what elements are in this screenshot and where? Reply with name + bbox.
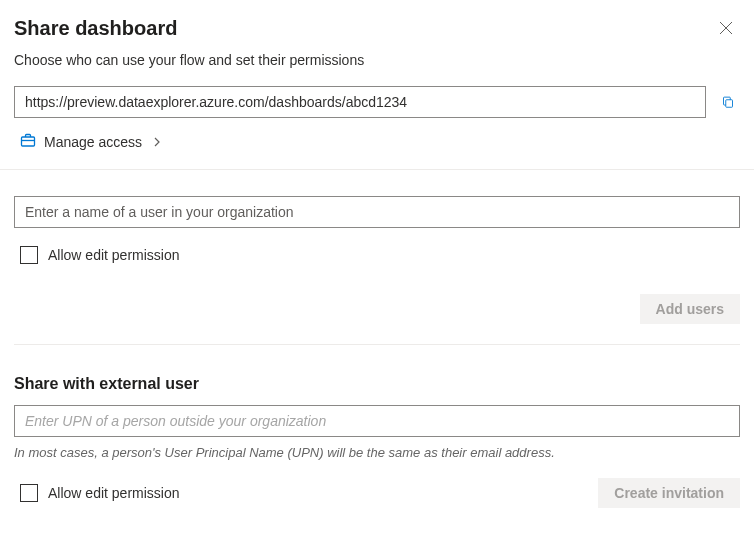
copy-url-button[interactable] — [716, 90, 740, 114]
share-url-input[interactable] — [14, 86, 706, 118]
allow-edit-label-internal: Allow edit permission — [48, 247, 180, 263]
close-button[interactable] — [712, 14, 740, 42]
manage-access-label: Manage access — [44, 134, 142, 150]
manage-access-link[interactable]: Manage access — [20, 132, 740, 151]
briefcase-icon — [20, 132, 36, 151]
dialog-header: Share dashboard — [14, 14, 740, 42]
allow-edit-row-internal: Allow edit permission — [20, 246, 740, 264]
allow-edit-checkbox-internal[interactable] — [20, 246, 38, 264]
allow-edit-label-external: Allow edit permission — [48, 485, 180, 501]
svg-rect-1 — [22, 137, 35, 146]
external-upn-input[interactable] — [14, 405, 740, 437]
divider — [14, 344, 740, 345]
external-bottom-row: Allow edit permission Create invitation — [14, 478, 740, 508]
allow-edit-checkbox-external[interactable] — [20, 484, 38, 502]
add-users-row: Add users — [14, 294, 740, 324]
upn-hint: In most cases, a person's User Principal… — [14, 445, 740, 460]
allow-edit-row-external: Allow edit permission — [20, 484, 180, 502]
divider — [0, 169, 754, 170]
dialog-subtitle: Choose who can use your flow and set the… — [14, 52, 740, 68]
dialog-title: Share dashboard — [14, 17, 177, 40]
create-invitation-button[interactable]: Create invitation — [598, 478, 740, 508]
close-icon — [719, 21, 733, 35]
chevron-right-icon — [152, 134, 162, 150]
copy-icon — [722, 94, 734, 110]
share-url-row — [14, 86, 740, 118]
svg-rect-0 — [726, 100, 733, 108]
add-users-button[interactable]: Add users — [640, 294, 740, 324]
external-section-title: Share with external user — [14, 375, 740, 393]
share-dashboard-dialog: Share dashboard Choose who can use your … — [0, 0, 754, 526]
org-user-input[interactable] — [14, 196, 740, 228]
